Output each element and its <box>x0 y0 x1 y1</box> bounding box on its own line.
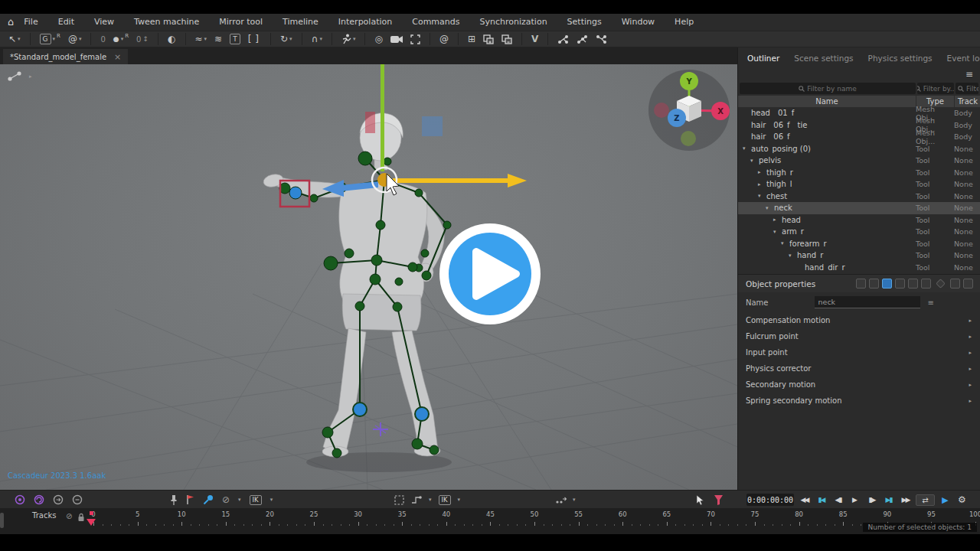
dropdown-icon[interactable]: ▾ <box>270 497 273 503</box>
tree-row-neck-selected[interactable]: ▾neckToolNone <box>738 202 980 214</box>
menu-view[interactable]: View <box>84 14 124 31</box>
tree-row-hair-06-f[interactable]: hair__06_fMesh Obj...Body <box>738 131 980 143</box>
expand-icon[interactable]: ▾ <box>750 158 759 164</box>
tab-outliner[interactable]: Outliner <box>747 54 779 67</box>
group-tool-icon[interactable]: G▾R <box>36 34 64 44</box>
go-to-end-button[interactable]: ▶▮ <box>882 496 895 504</box>
expand-icon[interactable]: ▾ <box>766 205 774 211</box>
filter-funnel-icon[interactable] <box>714 494 724 506</box>
run-animation-icon[interactable]: ▾ <box>338 34 360 44</box>
menu-synchronization[interactable]: Synchronization <box>470 14 557 31</box>
arc-trajectory-icon[interactable]: ∩▾ <box>308 34 326 44</box>
tree-row-hand-r[interactable]: ▾hand_rToolNone <box>738 249 980 262</box>
expand-icon[interactable]: ▸ <box>758 169 766 175</box>
frame-count-field[interactable]: 0 <box>96 35 109 44</box>
menu-help[interactable]: Help <box>665 14 704 31</box>
tab-close-icon[interactable]: × <box>114 52 121 62</box>
playhead-marker-dot[interactable] <box>90 511 93 515</box>
menu-interpolation[interactable]: Interpolation <box>328 14 402 31</box>
playhead-marker[interactable] <box>87 519 96 526</box>
key-pin-icon[interactable] <box>203 494 214 505</box>
menu-tween-machine[interactable]: Tween machine <box>124 14 209 31</box>
expand-icon[interactable]: ▾ <box>773 229 782 235</box>
select-cursor-icon[interactable] <box>695 494 706 506</box>
comet-trajectory-icon[interactable]: ◐ <box>164 34 179 44</box>
name-link-icon[interactable]: ≡ <box>928 298 934 307</box>
ghost-frames-icon[interactable] <box>52 494 64 506</box>
play-scene-button[interactable]: ▶ <box>939 495 952 505</box>
prop-view-icon-6[interactable] <box>950 279 960 289</box>
camera-icon[interactable] <box>387 35 407 44</box>
column-name[interactable]: Name <box>738 96 916 107</box>
prop-view-icon-7[interactable] <box>963 279 973 289</box>
joint-tool-3-icon[interactable] <box>592 34 611 44</box>
ik-toggle-button[interactable]: IK <box>250 495 262 505</box>
home-icon[interactable]: ⌂ <box>8 14 14 31</box>
target-point-icon[interactable]: ◎ <box>371 34 386 44</box>
section-secondary-motion[interactable]: Secondary motion ▸ <box>738 377 980 393</box>
filter-type-input[interactable]: Filter by... <box>917 83 954 94</box>
timecode-display[interactable]: 0:00:00:00 <box>746 494 794 506</box>
auto-posing-icon[interactable] <box>14 494 26 506</box>
menu-mirror-tool[interactable]: Mirror tool <box>209 14 273 31</box>
column-track[interactable]: Track <box>954 96 980 107</box>
select-move-tool-icon[interactable]: ↖▾ <box>5 34 24 44</box>
selection-frame-icon[interactable] <box>407 34 424 44</box>
dropdown-icon[interactable]: ▾ <box>429 497 432 503</box>
outliner-menu-icon[interactable]: ≡ <box>965 69 973 80</box>
prop-view-icon-3[interactable] <box>895 279 905 289</box>
pin-icon[interactable] <box>170 494 178 506</box>
ik-mode-button[interactable]: IK <box>439 495 451 505</box>
text-tool-icon[interactable]: T <box>226 34 244 44</box>
prop-view-icon-4[interactable] <box>908 279 918 289</box>
expand-icon[interactable]: ▾ <box>789 253 797 259</box>
prop-view-icon-active[interactable] <box>882 279 892 289</box>
point-tool-icon[interactable]: ●▾R <box>109 35 132 43</box>
flag-icon[interactable] <box>186 494 194 505</box>
dots-step-icon[interactable] <box>555 495 567 504</box>
tree-row-auto-posing[interactable]: ▾auto_posing (0)ToolNone <box>738 143 980 155</box>
tree-row-head[interactable]: ▸headToolNone <box>738 214 980 227</box>
selection-box-icon[interactable] <box>394 495 404 505</box>
section-fulcrum-point[interactable]: Fulcrum point ▸ <box>738 328 980 344</box>
ghost-minus-icon[interactable] <box>71 494 83 506</box>
expand-icon[interactable]: ▸ <box>758 181 766 187</box>
dropdown-icon[interactable]: ▾ <box>573 497 576 503</box>
remove-layer-icon[interactable] <box>498 34 516 44</box>
menu-settings[interactable]: Settings <box>557 14 612 31</box>
prop-view-icon-5[interactable] <box>921 279 931 289</box>
menu-edit[interactable]: Edit <box>48 14 84 31</box>
expand-icon[interactable]: ▾ <box>781 240 789 246</box>
tab-physics-settings[interactable]: Physics settings <box>868 54 933 67</box>
expand-icon[interactable]: ▾ <box>743 145 751 152</box>
tree-row-forearm-r[interactable]: ▾forearm_rToolNone <box>738 238 980 250</box>
tab-event-log[interactable]: Event log <box>947 54 980 67</box>
menu-commands[interactable]: Commands <box>402 14 469 31</box>
tree-row-pelvis[interactable]: ▾pelvisToolNone <box>738 155 980 167</box>
play-button[interactable]: ▶ <box>848 496 861 504</box>
grid-snap-icon[interactable]: ⊞ <box>464 34 479 44</box>
section-input-point[interactable]: Input point ▸ <box>738 344 980 360</box>
tree-row-arm-r[interactable]: ▾arm_rToolNone <box>738 226 980 238</box>
viewport-3d[interactable]: Y X Z ▸ Cascadeur 2023.3 1.6aak <box>0 64 737 490</box>
joint-tool-1-icon[interactable] <box>554 34 573 44</box>
add-layer-icon[interactable] <box>479 34 498 44</box>
step-mode-icon[interactable] <box>411 495 422 504</box>
brackets-tool-icon[interactable]: [] <box>244 34 265 44</box>
spiral-select-icon[interactable]: @▾ <box>64 34 86 44</box>
menu-timeline[interactable]: Timeline <box>273 14 328 31</box>
timeline-ruler[interactable]: 0510152025303540455055606570758085909510… <box>0 508 980 534</box>
filter-track-input[interactable]: Filte <box>956 83 978 94</box>
go-to-start-button[interactable]: ▮◀ <box>815 496 828 504</box>
tree-row-chest[interactable]: ▾chestToolNone <box>738 191 980 203</box>
tree-row-thigh-r[interactable]: ▸thigh_rToolNone <box>738 167 980 179</box>
document-tab[interactable]: *Standard_model_female × <box>3 49 128 64</box>
prev-frame-button[interactable]: ◀▮ <box>831 496 844 504</box>
expand-icon[interactable]: ▾ <box>758 193 766 199</box>
joint-tool-2-icon[interactable] <box>573 34 592 44</box>
dropdown-icon[interactable]: ▾ <box>458 497 461 503</box>
rotate-tool-icon[interactable]: ↻▾ <box>276 34 296 44</box>
section-spring-secondary-motion[interactable]: Spring secondary motion ▸ <box>738 393 980 409</box>
expand-icon[interactable]: ▸ <box>773 217 782 223</box>
prop-diamond-icon[interactable] <box>936 279 946 289</box>
